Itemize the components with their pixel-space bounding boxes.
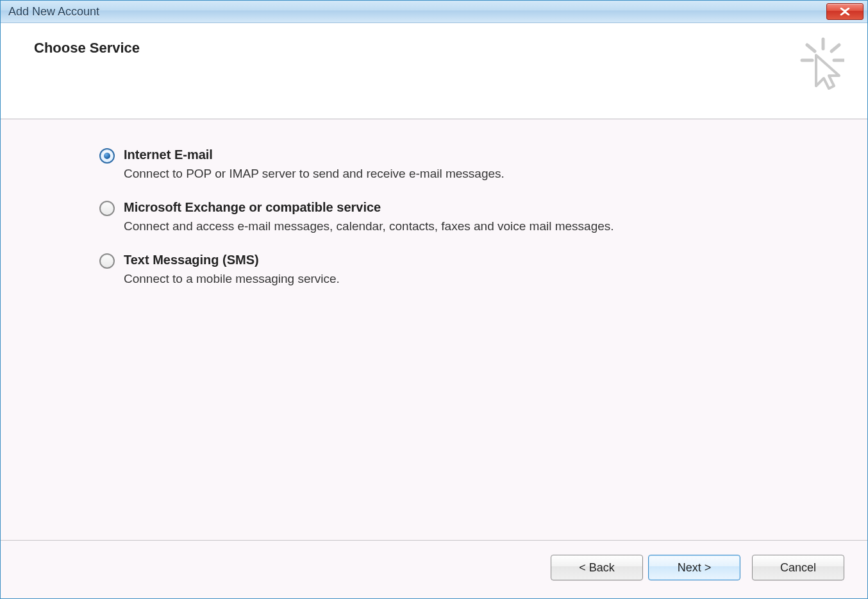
radio-microsoft-exchange[interactable] <box>99 201 115 216</box>
wizard-header: Choose Service <box>1 23 867 119</box>
svg-line-2 <box>831 45 839 51</box>
service-options: Internet E-mail Connect to POP or IMAP s… <box>1 119 867 540</box>
cursor-click-icon <box>794 36 844 96</box>
next-button[interactable]: Next > <box>648 555 740 580</box>
wizard-footer: < Back Next > Cancel <box>1 540 867 598</box>
option-description: Connect to a mobile messaging service. <box>124 272 842 286</box>
option-description: Connect and access e-mail messages, cale… <box>124 219 842 233</box>
close-icon <box>839 8 851 15</box>
window-title: Add New Account <box>8 5 99 19</box>
back-next-group: < Back Next > <box>551 555 740 580</box>
svg-line-1 <box>807 45 815 51</box>
option-description: Connect to POP or IMAP server to send an… <box>124 167 842 181</box>
option-text-messaging[interactable]: Text Messaging (SMS) Connect to a mobile… <box>99 251 842 286</box>
add-new-account-dialog: Add New Account Choose Service <box>0 0 868 599</box>
option-text: Text Messaging (SMS) Connect to a mobile… <box>124 251 842 286</box>
radio-internet-email[interactable] <box>99 148 115 164</box>
option-microsoft-exchange[interactable]: Microsoft Exchange or compatible service… <box>99 199 842 233</box>
close-button[interactable] <box>826 3 864 20</box>
option-internet-email[interactable]: Internet E-mail Connect to POP or IMAP s… <box>99 146 842 181</box>
page-title: Choose Service <box>34 40 140 56</box>
option-text: Internet E-mail Connect to POP or IMAP s… <box>124 146 842 181</box>
back-button[interactable]: < Back <box>551 555 643 580</box>
option-label: Internet E-mail <box>124 146 842 163</box>
radio-text-messaging[interactable] <box>99 253 115 269</box>
cancel-button[interactable]: Cancel <box>752 555 844 580</box>
option-text: Microsoft Exchange or compatible service… <box>124 199 842 233</box>
title-bar: Add New Account <box>1 1 867 23</box>
option-label: Text Messaging (SMS) <box>124 251 842 268</box>
option-label: Microsoft Exchange or compatible service <box>124 199 842 215</box>
